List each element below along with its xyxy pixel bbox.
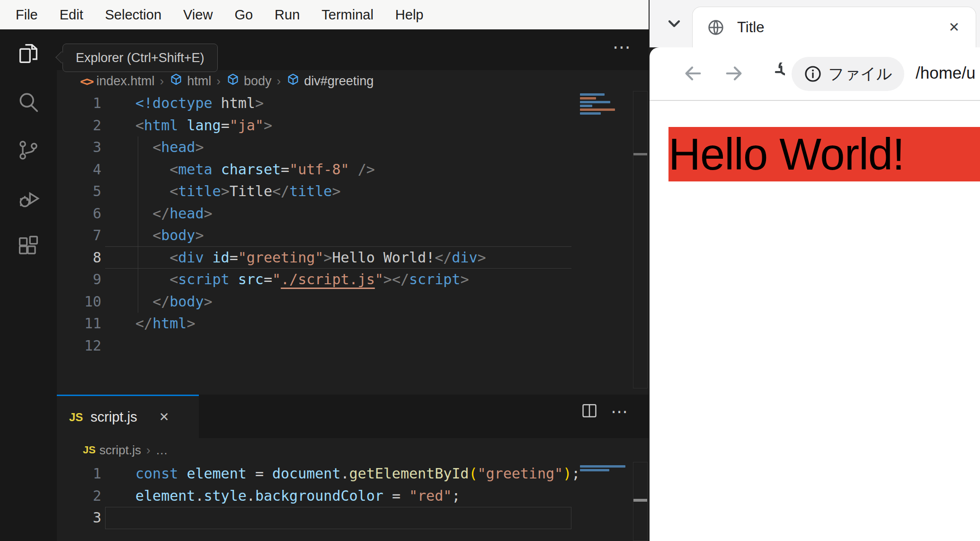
- menu-item-terminal[interactable]: Terminal: [311, 7, 384, 23]
- code-line-text: <!doctype html>: [109, 92, 264, 115]
- panel-minimap[interactable]: [580, 465, 629, 473]
- menu-item-run[interactable]: Run: [264, 7, 311, 23]
- code-line[interactable]: 2<html lang="ja">: [57, 115, 571, 137]
- code-line[interactable]: 6 </head>: [57, 203, 571, 225]
- code-line[interactable]: 2element.style.backgroundColor = "red";: [57, 485, 571, 507]
- menu-item-edit[interactable]: Edit: [49, 7, 94, 23]
- symbol-cube-icon: [169, 72, 183, 90]
- code-line-text: <body>: [109, 225, 204, 247]
- breadcrumb-label: html: [187, 74, 211, 89]
- panel-scrollbar-slider[interactable]: [633, 499, 647, 502]
- close-icon[interactable]: ✕: [949, 19, 960, 35]
- line-number: 2: [57, 485, 109, 507]
- tab-label: script.js: [90, 409, 137, 425]
- code-line[interactable]: 10 </body>: [57, 291, 571, 313]
- breadcrumb-item[interactable]: body: [226, 72, 272, 90]
- browser-tab[interactable]: Title ✕: [692, 7, 976, 47]
- line-number: 4: [57, 159, 109, 181]
- explorer-icon[interactable]: [0, 29, 57, 78]
- code-line-text: <title>Title</title>: [109, 180, 341, 203]
- greeting-div: Hello World!: [668, 127, 980, 181]
- breadcrumb-label: index.html: [97, 74, 155, 89]
- breadcrumb-separator: ›: [276, 74, 282, 89]
- menu-item-selection[interactable]: Selection: [94, 7, 172, 23]
- screen: FileEditSelectionViewGoRunTerminalHelp ⋯…: [0, 0, 980, 541]
- symbol-cube-icon: [226, 72, 240, 90]
- breadcrumb-separator: ›: [159, 74, 165, 89]
- code-line[interactable]: 5 <title>Title</title>: [57, 180, 571, 203]
- breadcrumb-label: div#greeting: [304, 74, 374, 89]
- code-line[interactable]: 7 <body>: [57, 225, 571, 247]
- code-line-text: element.style.backgroundColor = "red";: [109, 485, 460, 507]
- line-number: 6: [57, 203, 109, 225]
- code-line-text: <head>: [109, 136, 204, 159]
- code-line-text: <html lang="ja">: [109, 115, 272, 137]
- split-editor-icon[interactable]: [580, 402, 598, 422]
- line-number: 1: [57, 92, 109, 115]
- symbol-cube-icon: [286, 72, 300, 90]
- line-number: 7: [57, 225, 109, 247]
- code-line[interactable]: 3 <head>: [57, 136, 571, 159]
- breadcrumb-item[interactable]: …: [156, 443, 168, 458]
- address-bar-url[interactable]: /home/u: [916, 63, 975, 82]
- line-number: 1: [57, 463, 109, 485]
- panel-actions: ⋯: [580, 402, 628, 422]
- run-debug-icon[interactable]: [0, 174, 57, 223]
- browser-tab-title: Title: [737, 19, 949, 36]
- breadcrumb-separator: ›: [215, 74, 222, 89]
- line-number: 10: [57, 291, 109, 313]
- search-icon[interactable]: [0, 78, 57, 126]
- breadcrumb-item[interactable]: div#greeting: [286, 72, 374, 90]
- panel-breadcrumb: JSscript.js›…: [57, 438, 649, 462]
- line-number: 3: [57, 136, 109, 159]
- menu-item-view[interactable]: View: [172, 7, 223, 23]
- menu-item-help[interactable]: Help: [384, 7, 435, 23]
- code-line-text: </head>: [109, 203, 213, 225]
- breadcrumb-item[interactable]: <>index.html: [80, 74, 155, 89]
- code-line[interactable]: 11</html>: [57, 313, 571, 335]
- code-line-text: <meta charset="utf-8" />: [109, 159, 375, 181]
- line-number: 12: [57, 335, 109, 357]
- js-icon: JS: [69, 411, 83, 424]
- breadcrumb-label: script.js: [99, 443, 141, 458]
- line-number: 11: [57, 313, 109, 335]
- tab-script-js[interactable]: JS script.js ✕: [57, 395, 199, 438]
- breadcrumb-label: body: [244, 74, 272, 89]
- code-line[interactable]: 4 <meta charset="utf-8" />: [57, 159, 571, 181]
- editor-scrollbar-slider[interactable]: [633, 153, 647, 155]
- menu-bar: FileEditSelectionViewGoRunTerminalHelp: [0, 0, 649, 29]
- file-scheme-chip[interactable]: ファイル: [792, 57, 904, 91]
- minimap[interactable]: [580, 93, 622, 122]
- globe-icon: [707, 18, 725, 36]
- menu-item-go[interactable]: Go: [223, 7, 264, 23]
- editor-scrollbar[interactable]: [633, 91, 648, 388]
- back-arrow-icon[interactable]: [682, 63, 704, 84]
- more-actions-icon[interactable]: ⋯: [613, 38, 631, 56]
- activity-bar: [0, 29, 57, 541]
- breadcrumb-separator: ›: [145, 443, 151, 458]
- source-control-icon[interactable]: [0, 126, 57, 174]
- current-line-highlight: [105, 246, 571, 269]
- breadcrumb-label: …: [156, 443, 168, 458]
- breadcrumb-item[interactable]: html: [169, 72, 211, 90]
- more-actions-icon[interactable]: ⋯: [611, 403, 628, 420]
- code-line[interactable]: 1<!doctype html>: [57, 92, 571, 115]
- menu-item-file[interactable]: File: [5, 7, 49, 23]
- code-line[interactable]: 1const element = document.getElementById…: [57, 463, 571, 485]
- chevron-down-icon[interactable]: [665, 14, 684, 33]
- code-line[interactable]: 9 <script src="./script.js"></script>: [57, 269, 571, 291]
- extensions-icon[interactable]: [0, 223, 57, 271]
- vscode-window: FileEditSelectionViewGoRunTerminalHelp ⋯…: [0, 0, 649, 541]
- breadcrumb-item[interactable]: JSscript.js: [83, 443, 141, 458]
- forward-arrow-icon[interactable]: [723, 63, 745, 84]
- code-line-text: </body>: [109, 291, 213, 313]
- line-number: 8: [57, 247, 109, 269]
- close-icon[interactable]: ✕: [159, 410, 169, 424]
- code-line-text: </html>: [109, 313, 195, 335]
- html-editor[interactable]: 1<!doctype html>2<html lang="ja">3 <head…: [57, 92, 571, 357]
- chip-label: ファイル: [828, 63, 892, 85]
- current-line-highlight: [105, 507, 571, 529]
- code-line[interactable]: 12: [57, 335, 571, 357]
- reload-icon[interactable]: [763, 63, 785, 84]
- greeting-text: Hello World!: [668, 127, 980, 181]
